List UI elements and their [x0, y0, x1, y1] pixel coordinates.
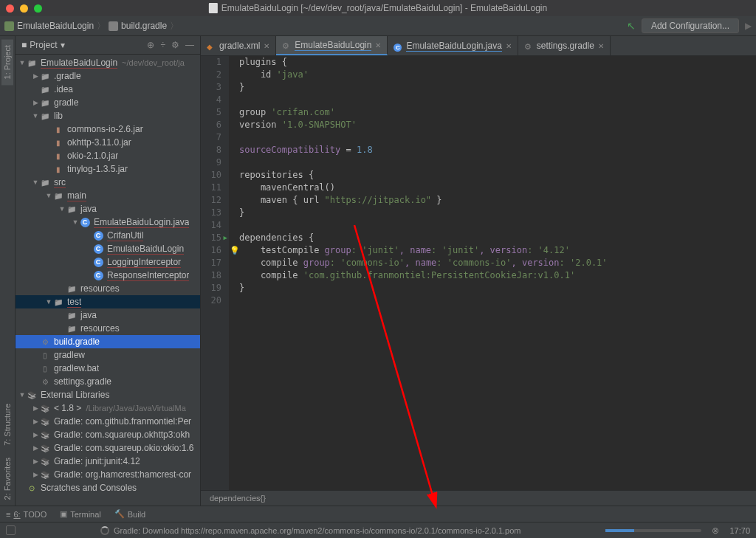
close-icon[interactable]: ✕ [264, 42, 269, 50]
run-button[interactable]: ▶ [745, 21, 752, 31]
tree-ext-item[interactable]: Gradle: org.hamcrest:hamcrest-cor [16, 468, 200, 481]
tool-build[interactable]: 🔨 Build [114, 509, 145, 519]
maximize-button[interactable] [34, 4, 42, 13]
tab-gradle-xml[interactable]: gradle.xml✕ [201, 36, 276, 55]
panel-actions: ⊕ ÷ ⚙ — [147, 40, 194, 50]
status-window-icon[interactable] [6, 525, 16, 535]
window-title: EmulateBaiduLogin [~/dev/dev_root/java/E… [209, 3, 547, 13]
run-gutter-icon[interactable]: ▶ [224, 232, 227, 244]
build-icon[interactable]: ↖ [627, 20, 636, 32]
editor-breadcrumb[interactable]: dependencies{} [201, 490, 756, 506]
tree-ext-item[interactable]: Gradle: com.squareup.okhttp3:okh [16, 428, 200, 441]
breadcrumb-project[interactable]: EmulateBaiduLogin [4, 21, 94, 31]
tree-scratches[interactable]: ⊙Scratches and Consoles [16, 481, 200, 494]
tree-ext-item[interactable]: < 1.8 >/Library/Java/JavaVirtualMa [16, 401, 200, 415]
tree-settings-gradle[interactable]: settings.gradle [16, 375, 200, 388]
close-button[interactable] [6, 4, 14, 13]
spinner-icon [100, 526, 109, 535]
status-right: ⊗ 17:70 [605, 525, 750, 536]
status-message: Gradle: Download https://repo.maven.apac… [16, 526, 605, 535]
tab-java[interactable]: EmulateBaiduLogin.java✕ [388, 36, 518, 55]
minimize-button[interactable] [20, 4, 28, 13]
select-opened-icon[interactable]: ⊕ [147, 40, 154, 50]
tree-ext-item[interactable]: Gradle: com.squareup.okio:okio:1.6 [16, 441, 200, 455]
tree-class[interactable]: EmulateBaiduLogin [16, 242, 200, 255]
tree-jar[interactable]: okhttp-3.11.0.jar [16, 136, 200, 149]
tree-gradle-dir[interactable]: .gradle [16, 69, 200, 83]
main-toolbar: EmulateBaiduLogin 〉 build.gradle 〉 ↖ Add… [0, 16, 756, 36]
tree-jar[interactable]: commons-io-2.6.jar [16, 123, 200, 136]
tree-gradlew[interactable]: ▯gradlew [16, 348, 200, 362]
java-icon [394, 41, 402, 50]
editor-area: gradle.xml✕ EmulateBaiduLogin✕ EmulateBa… [201, 36, 756, 506]
tab-settings-gradle[interactable]: settings.gradle✕ [518, 36, 611, 55]
titlebar: EmulateBaiduLogin [~/dev/dev_root/java/E… [0, 0, 756, 16]
tab-build-gradle[interactable]: EmulateBaiduLogin✕ [276, 36, 388, 55]
breadcrumb-file[interactable]: build.gradle [109, 21, 167, 31]
tree-resources[interactable]: resources [16, 282, 200, 295]
code-editor[interactable]: 1234 5678 9101112 131415▶ 1617181920 plu… [201, 56, 756, 490]
close-icon[interactable]: ✕ [506, 42, 512, 50]
tree-test-java[interactable]: java [16, 308, 200, 322]
tree-root[interactable]: EmulateBaiduLogin~/dev/dev_root/ja [16, 56, 200, 69]
project-panel: ■ Project ▾ ⊕ ÷ ⚙ — EmulateBaiduLogin~/d… [16, 36, 201, 506]
breadcrumb-sep: 〉 [170, 20, 179, 32]
tree-class[interactable]: LoggingInterceptor [16, 255, 200, 269]
tree-test-resources[interactable]: resources [16, 322, 200, 335]
hide-icon[interactable]: — [185, 40, 194, 50]
settings-icon[interactable]: ⚙ [171, 40, 179, 50]
xml-icon [207, 41, 216, 50]
tree-ext-item[interactable]: Gradle: com.github.franmontiel:Per [16, 415, 200, 428]
tree-gradle[interactable]: gradle [16, 96, 200, 109]
gradle-icon [524, 41, 533, 50]
tree-build-gradle[interactable]: build.gradle [16, 335, 200, 348]
tree-jar[interactable]: okio-2.1.0.jar [16, 149, 200, 162]
status-bar: Gradle: Download https://repo.maven.apac… [0, 522, 756, 538]
project-panel-header: ■ Project ▾ ⊕ ÷ ⚙ — [16, 36, 200, 55]
tree-ext-item[interactable]: Gradle: junit:junit:4.12 [16, 455, 200, 468]
tool-todo[interactable]: ≡ 6: TODO [6, 510, 47, 519]
tool-terminal[interactable]: ▣ Terminal [60, 509, 101, 519]
editor-tabs: gradle.xml✕ EmulateBaiduLogin✕ EmulateBa… [201, 36, 756, 56]
tree-ext-lib[interactable]: External Libraries [16, 388, 200, 401]
tree-class[interactable]: ResponseInterceptor [16, 269, 200, 282]
folder-icon [4, 21, 14, 31]
tree-class[interactable]: CrifanUtil [16, 229, 200, 242]
expand-all-icon[interactable]: ÷ [160, 40, 165, 50]
status-time: 17:70 [729, 526, 750, 535]
add-configuration-button[interactable]: Add Configuration... [642, 18, 739, 33]
tree-main[interactable]: main [16, 189, 200, 202]
rail-structure[interactable]: 7: Structure [1, 398, 13, 452]
nav-breadcrumb: EmulateBaiduLogin 〉 build.gradle 〉 [4, 20, 627, 32]
tree-src[interactable]: src [16, 176, 200, 189]
main-area: 1: Project 7: Structure 2: Favorites ■ P… [0, 36, 756, 506]
window-controls [6, 4, 42, 13]
intention-bulb-icon[interactable]: 💡 [230, 244, 240, 257]
rail-project[interactable]: 1: Project [1, 39, 13, 85]
tree-lib[interactable]: lib [16, 109, 200, 123]
progress-bar[interactable] [605, 529, 701, 532]
tool-window-bar: ≡ 6: TODO ▣ Terminal 🔨 Build [0, 506, 756, 522]
tree-gradlew-bat[interactable]: ▯gradlew.bat [16, 362, 200, 375]
cancel-button[interactable]: ⊗ [712, 525, 719, 536]
panel-title[interactable]: ■ Project ▾ [21, 40, 143, 50]
close-icon[interactable]: ✕ [598, 42, 604, 50]
close-icon[interactable]: ✕ [375, 41, 381, 49]
tree-test[interactable]: test [16, 295, 200, 308]
gradle-icon [282, 41, 291, 49]
left-tool-rail: 1: Project 7: Structure 2: Favorites [0, 36, 16, 506]
tree-jar[interactable]: tinylog-1.3.5.jar [16, 162, 200, 176]
rail-favorites[interactable]: 2: Favorites [1, 452, 13, 506]
project-tree[interactable]: EmulateBaiduLogin~/dev/dev_root/ja .grad… [16, 55, 200, 506]
gradle-icon [109, 21, 118, 31]
tree-main-java-file[interactable]: EmulateBaiduLogin.java [16, 215, 200, 229]
code-content[interactable]: plugins { id 'java' } group 'crifan.com'… [229, 56, 756, 490]
toolbar-right: ↖ Add Configuration... ▶ [627, 18, 752, 33]
tree-idea-dir[interactable]: .idea [16, 83, 200, 96]
file-icon [209, 3, 218, 13]
tree-java[interactable]: java [16, 202, 200, 215]
gutter[interactable]: 1234 5678 9101112 131415▶ 1617181920 [201, 56, 229, 490]
breadcrumb-sep: 〉 [97, 20, 106, 32]
